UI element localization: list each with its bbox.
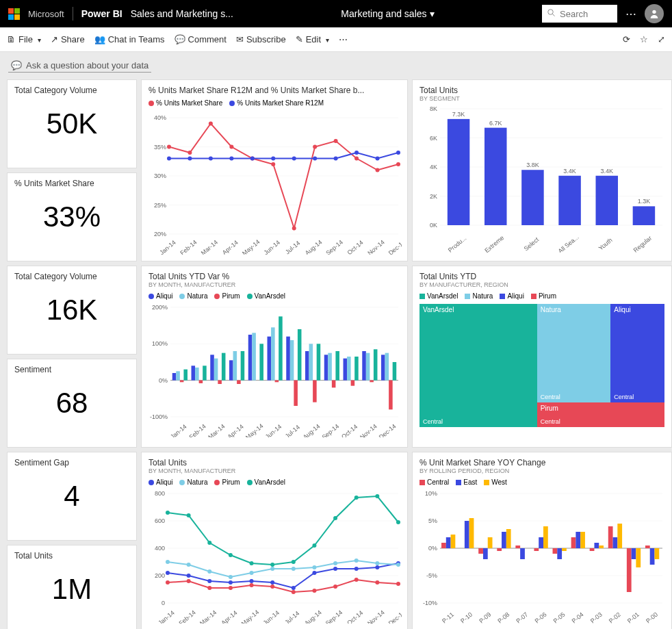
kpi-total-category-volume-2[interactable]: Total Category Volume 16K <box>7 266 137 355</box>
comment-button[interactable]: 💬Comment <box>175 34 227 44</box>
svg-rect-131 <box>344 359 348 381</box>
svg-text:400: 400 <box>155 545 165 552</box>
kpi-sentiment-gap[interactable]: Sentiment Gap 4 <box>7 452 137 541</box>
svg-text:Sep-14: Sep-14 <box>321 423 341 437</box>
svg-text:4K: 4K <box>430 164 437 170</box>
svg-text:Apr-14: Apr-14 <box>227 423 245 437</box>
svg-text:200%: 200% <box>152 304 168 311</box>
fullscreen-icon[interactable]: ⤢ <box>658 34 665 44</box>
svg-point-181 <box>187 563 191 567</box>
overflow-menu-icon[interactable]: ⋯ <box>625 8 636 21</box>
svg-rect-243 <box>515 545 520 548</box>
chart-total-units-segment[interactable]: Total Units BY SEGMENT 0K2K4K6K8K7.3KPro… <box>412 79 672 261</box>
svg-text:All Sea...: All Sea... <box>557 233 580 253</box>
svg-text:Oct-14: Oct-14 <box>346 239 365 255</box>
svg-rect-68 <box>558 176 581 225</box>
svg-rect-227 <box>441 543 446 548</box>
chart-market-share-line[interactable]: % Units Market Share R12M and % Units Ma… <box>141 79 408 261</box>
svg-point-172 <box>250 579 254 583</box>
kpi-total-category-volume[interactable]: Total Category Volume 50K <box>7 79 137 168</box>
svg-text:Select: Select <box>523 236 541 253</box>
svg-text:40%: 40% <box>154 114 166 121</box>
svg-text:Jul-14: Jul-14 <box>283 610 300 624</box>
svg-rect-256 <box>576 532 580 548</box>
refresh-icon[interactable]: ⟳ <box>623 34 630 44</box>
svg-rect-251 <box>553 548 558 554</box>
svg-rect-261 <box>599 545 604 548</box>
kpi-sentiment[interactable]: Sentiment 68 <box>7 359 137 448</box>
svg-rect-138 <box>370 381 374 383</box>
search-input[interactable] <box>560 9 608 19</box>
svg-text:P-10: P-10 <box>459 611 474 624</box>
chart-total-units-month[interactable]: Total Units BY MONTH, MANUFACTURER Aliqu… <box>141 452 408 629</box>
svg-text:Jan-14: Jan-14 <box>169 423 188 437</box>
svg-point-2 <box>652 10 656 14</box>
svg-text:25%: 25% <box>154 202 166 209</box>
chat-teams-button[interactable]: 👥Chat in Teams <box>94 34 165 44</box>
svg-rect-240 <box>502 532 506 548</box>
chart-yoy-change[interactable]: % Unit Market Share YOY Change BY ROLLIN… <box>412 452 672 629</box>
edit-menu[interactable]: ✎Edit <box>296 34 329 44</box>
svg-point-40 <box>229 157 233 161</box>
favorite-icon[interactable]: ☆ <box>640 34 648 44</box>
svg-text:10%: 10% <box>425 490 437 497</box>
file-menu[interactable]: 🗎File <box>7 34 41 44</box>
user-avatar[interactable] <box>645 4 664 23</box>
report-name[interactable]: Sales and Marketing s... <box>131 8 233 19</box>
svg-rect-236 <box>483 548 488 559</box>
svg-text:3.4K: 3.4K <box>600 168 613 175</box>
svg-text:100%: 100% <box>152 340 168 347</box>
share-button[interactable]: ↗Share <box>51 34 85 44</box>
svg-rect-253 <box>562 548 567 551</box>
svg-rect-263 <box>608 526 613 548</box>
svg-text:Dec-14: Dec-14 <box>378 423 398 437</box>
svg-text:0%: 0% <box>159 377 168 384</box>
svg-rect-124 <box>317 344 321 380</box>
svg-point-209 <box>270 563 274 567</box>
svg-text:0: 0 <box>161 600 165 606</box>
svg-point-197 <box>270 585 274 589</box>
svg-point-205 <box>187 513 191 517</box>
svg-text:Jan-14: Jan-14 <box>157 609 176 624</box>
svg-rect-99 <box>222 353 226 381</box>
svg-point-39 <box>209 157 213 161</box>
svg-text:P-07: P-07 <box>515 611 529 624</box>
svg-rect-107 <box>252 333 256 380</box>
svg-text:6K: 6K <box>430 135 437 142</box>
chart-ytd-var[interactable]: Total Units YTD Var % BY MONTH, MANUFACT… <box>141 266 408 448</box>
svg-text:P-09: P-09 <box>478 611 492 624</box>
svg-rect-127 <box>328 353 332 381</box>
svg-point-190 <box>375 561 379 565</box>
qa-bar: 💬 Ask a question about your data <box>0 52 672 79</box>
search-box[interactable] <box>542 5 617 23</box>
line-chart-svg: 0200400600800Jan-14Feb-14Mar-14Apr-14May… <box>148 490 402 624</box>
svg-point-35 <box>376 168 380 172</box>
svg-rect-257 <box>580 532 585 548</box>
bar-chart-svg: 0K2K4K6K8K7.3KProdu...6.7KExtreme3.8KSel… <box>419 102 666 253</box>
svg-rect-112 <box>271 327 275 380</box>
svg-text:30%: 30% <box>154 172 166 179</box>
svg-text:Aug-14: Aug-14 <box>302 423 322 437</box>
svg-rect-128 <box>332 381 336 388</box>
microsoft-logo-icon <box>8 8 20 20</box>
qa-input[interactable]: 💬 Ask a question about your data <box>8 59 151 73</box>
svg-point-34 <box>354 157 359 161</box>
svg-point-182 <box>207 569 211 574</box>
chart-ytd-treemap[interactable]: Total Units YTD BY MANUFACTURER, REGION … <box>412 266 672 448</box>
svg-rect-121 <box>305 351 309 381</box>
svg-rect-139 <box>374 349 378 380</box>
svg-text:-100%: -100% <box>150 413 168 420</box>
svg-text:Apr-14: Apr-14 <box>221 239 240 255</box>
svg-rect-271 <box>645 545 650 548</box>
kpi-units-market-share[interactable]: % Units Market Share 33% <box>7 172 137 261</box>
toolbar-overflow[interactable]: ⋯ <box>339 34 348 44</box>
svg-rect-267 <box>627 548 632 592</box>
svg-text:P-03: P-03 <box>589 611 604 624</box>
svg-text:Nov-14: Nov-14 <box>366 609 386 624</box>
svg-rect-116 <box>286 337 290 381</box>
page-dropdown[interactable]: Marketing and sales▾ <box>341 8 434 19</box>
subscribe-button[interactable]: ✉Subscribe <box>236 34 286 44</box>
svg-point-200 <box>333 585 337 589</box>
kpi-total-units[interactable]: Total Units 1M <box>7 545 137 629</box>
svg-rect-65 <box>521 170 544 225</box>
